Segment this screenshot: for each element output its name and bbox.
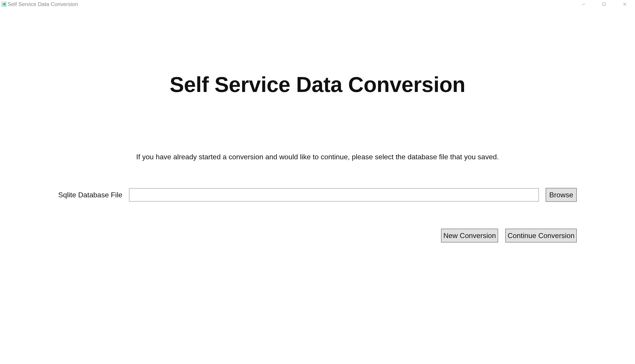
page-title: Self Service Data Conversion (170, 72, 466, 97)
svg-rect-0 (2, 2, 6, 6)
minimize-button[interactable] (573, 0, 594, 8)
app-icon (1, 2, 7, 7)
file-label: Sqlite Database File (58, 191, 122, 199)
continue-conversion-button[interactable]: Continue Conversion (505, 229, 577, 242)
instructions-text: If you have already started a conversion… (136, 153, 499, 161)
sqlite-database-file-input[interactable] (129, 188, 539, 202)
svg-rect-2 (4, 3, 5, 6)
new-conversion-button[interactable]: New Conversion (441, 229, 498, 242)
svg-rect-1 (3, 3, 4, 6)
main-content: Self Service Data Conversion If you have… (0, 8, 635, 242)
titlebar: Self Service Data Conversion (0, 0, 635, 8)
file-selection-row: Sqlite Database File Browse (0, 188, 635, 202)
svg-rect-4 (603, 3, 605, 6)
window-controls (573, 0, 635, 8)
maximize-button[interactable] (594, 0, 614, 8)
browse-button[interactable]: Browse (546, 188, 577, 202)
close-button[interactable] (614, 0, 635, 8)
action-button-row: New Conversion Continue Conversion (0, 229, 635, 242)
window-title: Self Service Data Conversion (8, 1, 78, 8)
titlebar-left-group: Self Service Data Conversion (1, 1, 78, 8)
